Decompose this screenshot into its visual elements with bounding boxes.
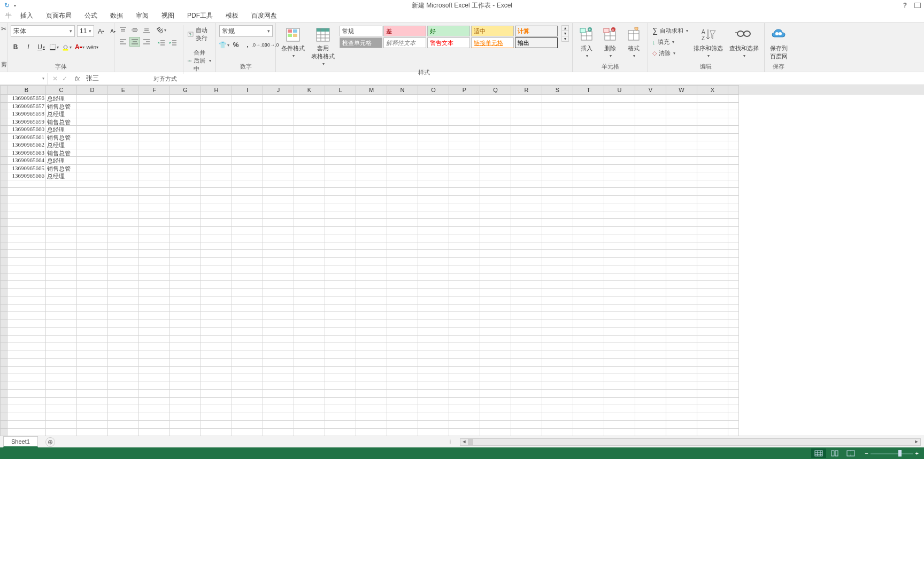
cell[interactable]	[356, 429, 387, 436]
cell[interactable]	[418, 110, 449, 118]
cell[interactable]	[294, 103, 325, 111]
cell[interactable]	[697, 390, 728, 398]
cell[interactable]	[108, 203, 139, 211]
cell[interactable]	[77, 110, 108, 118]
cell[interactable]	[201, 95, 232, 103]
cell[interactable]	[387, 328, 418, 336]
cell[interactable]	[480, 165, 511, 173]
cell[interactable]	[387, 95, 418, 103]
cell[interactable]	[511, 359, 542, 367]
cell[interactable]	[77, 180, 108, 188]
cell[interactable]	[7, 219, 46, 227]
cell[interactable]	[77, 398, 108, 406]
cell[interactable]	[170, 281, 201, 289]
cell[interactable]	[46, 374, 77, 382]
cell[interactable]	[356, 227, 387, 235]
cell[interactable]	[77, 413, 108, 421]
cell[interactable]	[697, 405, 728, 413]
cell[interactable]	[263, 343, 294, 351]
cut-icon[interactable]: ✂	[1, 25, 6, 33]
cell[interactable]	[480, 196, 511, 204]
cell[interactable]	[77, 289, 108, 297]
cell[interactable]	[201, 134, 232, 142]
cell[interactable]	[139, 118, 170, 126]
cell[interactable]	[480, 374, 511, 382]
cell[interactable]	[449, 118, 480, 126]
cell[interactable]	[263, 234, 294, 242]
cell[interactable]	[573, 203, 604, 211]
cell[interactable]	[697, 141, 728, 149]
cell[interactable]	[635, 258, 666, 266]
cell[interactable]	[666, 289, 697, 297]
cell[interactable]	[511, 398, 542, 406]
column-header[interactable]: W	[666, 85, 697, 95]
cell[interactable]	[666, 281, 697, 289]
cell[interactable]	[108, 273, 139, 282]
insert-cells-button[interactable]: + 插入▾	[576, 25, 597, 59]
column-header[interactable]: P	[449, 85, 480, 95]
cell[interactable]	[232, 320, 263, 328]
cell[interactable]	[697, 118, 728, 126]
cell[interactable]	[573, 118, 604, 126]
cell[interactable]	[263, 429, 294, 436]
cell[interactable]	[511, 351, 542, 359]
cell[interactable]	[325, 413, 356, 421]
cell[interactable]	[666, 296, 697, 305]
cell[interactable]	[139, 421, 170, 429]
cell[interactable]	[325, 180, 356, 188]
cell[interactable]	[418, 382, 449, 390]
cell[interactable]	[170, 382, 201, 390]
cell[interactable]	[108, 320, 139, 328]
cell[interactable]	[7, 374, 46, 382]
cell[interactable]	[635, 211, 666, 219]
cell[interactable]	[697, 157, 728, 165]
cell[interactable]	[511, 320, 542, 328]
cell[interactable]	[542, 118, 573, 126]
cell[interactable]	[7, 336, 46, 344]
cell[interactable]	[449, 382, 480, 390]
cell[interactable]	[604, 118, 635, 126]
cell[interactable]	[77, 359, 108, 367]
cell[interactable]	[511, 429, 542, 436]
cell[interactable]	[480, 390, 511, 398]
cell[interactable]: 13690965666	[7, 172, 46, 180]
cell[interactable]	[418, 351, 449, 359]
cell[interactable]	[635, 103, 666, 111]
help-icon[interactable]: ?	[903, 2, 907, 9]
cell[interactable]	[232, 141, 263, 149]
cell[interactable]	[7, 196, 46, 204]
cell[interactable]	[139, 343, 170, 351]
column-header[interactable]	[728, 85, 739, 95]
cell[interactable]	[77, 165, 108, 173]
cell[interactable]	[325, 227, 356, 235]
cell[interactable]	[573, 281, 604, 289]
cell[interactable]	[635, 336, 666, 344]
cell[interactable]	[294, 157, 325, 165]
cell[interactable]	[356, 250, 387, 258]
cell[interactable]	[77, 172, 108, 180]
cell[interactable]	[263, 328, 294, 336]
column-header[interactable]: G	[170, 85, 201, 95]
cell[interactable]	[697, 234, 728, 242]
cell[interactable]	[697, 289, 728, 297]
cell[interactable]	[697, 336, 728, 344]
cell[interactable]	[449, 265, 480, 273]
cell[interactable]	[356, 289, 387, 297]
cell[interactable]	[294, 429, 325, 436]
cell[interactable]	[542, 359, 573, 367]
cell[interactable]	[108, 165, 139, 173]
cell[interactable]	[449, 165, 480, 173]
cell[interactable]	[666, 390, 697, 398]
cell[interactable]	[201, 273, 232, 282]
cell[interactable]	[542, 95, 573, 103]
cell[interactable]	[325, 281, 356, 289]
cell[interactable]	[387, 429, 418, 436]
cell[interactable]	[635, 188, 666, 196]
cell[interactable]	[728, 281, 739, 289]
cell[interactable]	[604, 312, 635, 320]
row-header[interactable]	[0, 180, 7, 188]
row-header[interactable]	[0, 429, 7, 436]
cell[interactable]	[46, 367, 77, 375]
cell[interactable]	[232, 273, 263, 282]
cell[interactable]	[480, 172, 511, 180]
